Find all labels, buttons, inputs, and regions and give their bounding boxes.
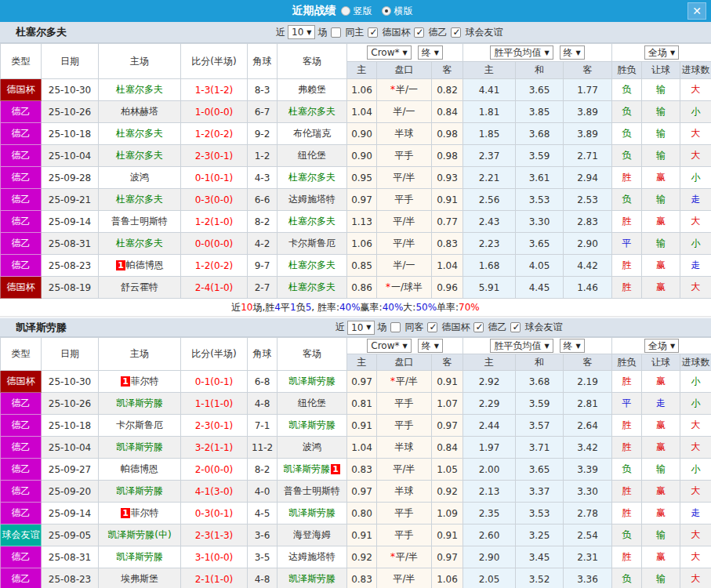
vertical-layout-label[interactable]: 竖版: [354, 5, 372, 18]
filter-bar: 近 10▼ 场 同主 德国杯 德乙 球会友谊: [276, 25, 502, 39]
col-corner: 角球: [248, 338, 278, 371]
col-mean-home: 主: [463, 62, 516, 79]
away-team: 达姆施塔特: [278, 546, 347, 568]
mean-select[interactable]: 胜平负均值▼: [490, 339, 553, 353]
match-date: 25-08-19: [42, 277, 99, 299]
match-date: 25-08-31: [42, 233, 99, 255]
mean-away: 4.42: [564, 255, 612, 277]
score: 0-0(0-0): [181, 233, 248, 255]
home-team: 凯泽斯劳滕: [99, 437, 181, 459]
same-away-checkbox[interactable]: [390, 322, 401, 332]
mean-away: 3.89: [564, 123, 612, 145]
final-select2[interactable]: 终▼: [560, 45, 585, 60]
odds-away: 1.07: [432, 393, 463, 415]
section-away-team: 凯泽斯劳滕 近 10▼ 场 同客 德国杯 德乙 球会友谊 类型 日期 主场: [0, 317, 711, 588]
league2-checkbox[interactable]: [414, 27, 424, 38]
mean-away: 2.90: [564, 233, 612, 255]
friendly-checkbox[interactable]: [510, 322, 521, 332]
mean-home: 2.35: [463, 503, 516, 524]
score: 1-2(1-0): [181, 211, 248, 233]
red-card-badge: 1: [331, 464, 340, 474]
home-team: 凯泽斯劳滕(中): [99, 524, 181, 546]
summary-segment: 平: [281, 301, 290, 314]
result: 负: [612, 189, 642, 211]
away-team: 凯泽斯劳滕1: [278, 459, 347, 481]
goals-result: 大: [680, 568, 711, 588]
odds-away: 1.05: [432, 459, 463, 481]
col-handicap: 盘口: [377, 354, 432, 371]
match-type-badge: 德乙: [1, 211, 42, 233]
mean-away: 2.54: [564, 524, 612, 546]
odds-home: 0.95: [347, 167, 377, 189]
home-team: 普鲁士明斯特: [99, 211, 181, 233]
mean-home: 4.41: [463, 79, 516, 101]
star-marker-icon: *: [390, 376, 395, 387]
result: 胜: [612, 211, 642, 233]
horizontal-layout-radio[interactable]: [382, 6, 391, 16]
filter-bar: 近 10▼ 场 同客 德国杯 德乙 球会友谊: [336, 321, 562, 335]
mean-draw: 3.30: [516, 211, 564, 233]
odds-away: 0.98: [432, 123, 463, 145]
mean-draw: 4.45: [516, 277, 564, 299]
match-row: 德国杯25-10-301菲尔特0-1(0-1)6-8凯泽斯劳滕0.97*平/半0…: [1, 371, 711, 393]
same-home-label[interactable]: 同主: [345, 26, 364, 39]
league2-checkbox[interactable]: [473, 322, 484, 332]
handicap: 半球: [377, 437, 432, 459]
cup-checkbox[interactable]: [427, 322, 437, 332]
team-name: 杜塞尔多夫: [0, 25, 67, 39]
final-select[interactable]: 终▼: [418, 45, 443, 60]
odds-home: 0.91: [347, 524, 377, 546]
cup-checkbox[interactable]: [368, 27, 378, 38]
friendly-label[interactable]: 球会友谊: [465, 26, 502, 39]
handicap-result: 赢: [642, 371, 680, 393]
col-date: 日期: [42, 44, 99, 79]
col-goals: 进球数: [680, 354, 711, 371]
score: 3-2(1-1): [181, 437, 248, 459]
odds-home: 0.80: [347, 503, 377, 524]
col-score: 比分(半场): [181, 338, 248, 371]
same-home-checkbox[interactable]: [331, 27, 341, 38]
league2-label[interactable]: 德乙: [428, 26, 447, 39]
star-marker-icon: *: [390, 551, 395, 562]
mean-home: 2.37: [463, 145, 516, 167]
handicap: 平手: [377, 524, 432, 546]
odds-away: 0.83: [432, 233, 463, 255]
odds-away: 0.97: [432, 415, 463, 437]
match-date: 25-10-26: [42, 101, 99, 123]
score: 1-2(0-2): [181, 255, 248, 277]
match-row: 德乙25-09-28波鸿0-1(0-1)4-3杜塞尔多夫0.95平/半0.932…: [1, 167, 711, 189]
mean-home: 2.90: [463, 546, 516, 568]
handicap: 半球: [377, 481, 432, 503]
friendly-checkbox[interactable]: [451, 27, 461, 38]
friendly-label[interactable]: 球会友谊: [524, 321, 562, 334]
bookmaker-select[interactable]: Crow*▼: [367, 45, 411, 60]
goals-result: 小: [680, 101, 711, 123]
match-count-select[interactable]: 10▼: [288, 25, 315, 39]
score: 1-3(1-2): [181, 79, 248, 101]
scope-select[interactable]: 全场▼: [644, 45, 679, 60]
horizontal-layout-label[interactable]: 横版: [394, 5, 413, 18]
summary-segment: 5: [306, 302, 312, 313]
league2-label[interactable]: 德乙: [488, 321, 506, 334]
red-card-badge: 1: [116, 260, 125, 270]
away-team: 杜塞尔多夫: [278, 255, 347, 277]
match-row: 德乙25-09-20凯泽斯劳滕4-1(3-0)4-0普鲁士明斯特0.97半球0.…: [1, 481, 711, 503]
goals-result: 大: [680, 277, 711, 299]
scope-select[interactable]: 全场▼: [644, 339, 679, 353]
cup-label[interactable]: 德国杯: [382, 26, 410, 39]
match-count-select[interactable]: 10▼: [347, 321, 375, 335]
mean-select[interactable]: 胜平负均值▼: [490, 45, 553, 60]
final-select2[interactable]: 终▼: [560, 339, 585, 353]
col-date: 日期: [42, 338, 99, 371]
bookmaker-select[interactable]: Crow*▼: [367, 339, 411, 353]
match-row: 德乙25-10-18杜塞尔多夫1-2(0-2)9-2布伦瑞克0.90半球0.98…: [1, 123, 711, 145]
odds-away: 0.91: [432, 524, 463, 546]
cup-label[interactable]: 德国杯: [441, 321, 470, 334]
mean-home: 1.68: [463, 255, 516, 277]
same-away-label[interactable]: 同客: [404, 321, 423, 334]
vertical-layout-radio[interactable]: [341, 6, 350, 16]
final-select[interactable]: 终▼: [418, 339, 443, 353]
result: 平: [612, 393, 642, 415]
close-icon[interactable]: ✕: [687, 2, 706, 20]
goals-result: 大: [680, 481, 711, 503]
